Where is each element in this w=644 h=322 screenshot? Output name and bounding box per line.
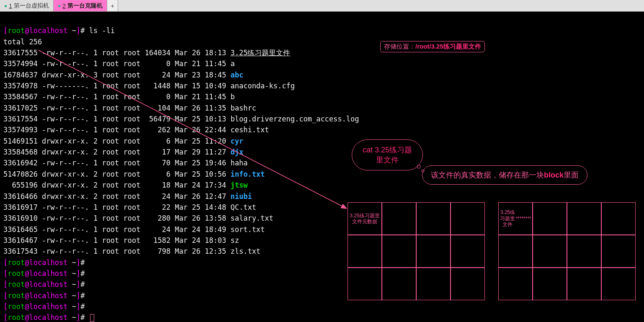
grid-cell	[348, 268, 382, 300]
grid-cell	[451, 202, 485, 235]
file-row: 33616917 -rw-r--r--. 1 root root 22 Mar …	[3, 203, 256, 211]
grid-cell	[382, 235, 416, 268]
file-name: djx	[230, 148, 243, 156]
grid-cell	[416, 268, 451, 300]
file-row: 33616942 -rw-r--r--. 1 root root 70 Mar …	[3, 159, 247, 167]
file-row: 33584567 -rw-r--r--. 1 root root 0 Mar 2…	[3, 93, 235, 101]
file-name: blog.driverzeng.com_access.log	[230, 115, 359, 123]
annotation-block-bubble: 该文件的真实数据，储存在那一块block里面	[422, 165, 587, 185]
tab-number: 1	[9, 3, 12, 9]
prompt: [root@localhost ~]#	[3, 302, 85, 311]
file-name: salary.txt	[230, 214, 273, 222]
file-name: abc	[230, 71, 243, 79]
grid-cell-label: 3.25练习题里文件元数据	[348, 202, 382, 235]
file-row: 33617554 -rw-r--r--. 1 root root 56479 M…	[3, 115, 359, 123]
file-name: sz	[230, 236, 239, 245]
annotation-storage-location: 存储位置：/root/3.25练习题里文件	[380, 41, 485, 52]
file-name: sort.txt	[230, 225, 265, 234]
plus-icon: +	[111, 3, 114, 9]
file-name: a	[230, 59, 234, 68]
file-name: anaconda-ks.cfg	[230, 82, 295, 90]
tab-label: 第一台虚拟机	[14, 2, 49, 10]
grid-cell	[382, 202, 416, 235]
grid-cell	[601, 235, 636, 268]
file-name: bashrc	[230, 104, 256, 112]
file-row: 33584568 drwxr-xr-x. 2 root root 17 Mar …	[3, 148, 243, 156]
file-row: 33617543 -rw-r--r--. 1 root root 798 Mar…	[3, 247, 260, 255]
file-name: zls.txt	[230, 247, 260, 255]
file-name: niubi	[230, 192, 252, 201]
file-row: 33574993 -rw-r--r--. 1 root root 262 Mar…	[3, 126, 269, 134]
inode-block-grid: 3.25练习题里文件元数据	[348, 202, 485, 300]
grid-cell	[498, 268, 533, 300]
annotation-cat-bubble: cat 3.25练习题里文件	[352, 139, 423, 170]
grid-cell-label: 3.25练习题里文件 ********	[498, 202, 533, 235]
file-row: 655196 drwxr-xr-x. 2 root root 18 Mar 24…	[3, 181, 247, 189]
tab-label: 第一台克隆机	[67, 2, 103, 10]
new-tab-button[interactable]: +	[107, 0, 118, 11]
total-line: total 256	[3, 38, 42, 46]
file-row: 33616910 -rw-r--r--. 1 root root 280 Mar…	[3, 214, 273, 222]
file-row: 51469151 drwxr-xr-x. 2 root root 6 Mar 2…	[3, 137, 243, 145]
file-row: 33616465 -rw-r--r--. 1 root root 24 Mar …	[3, 225, 265, 234]
prompt: [root@localhost ~]#	[3, 313, 85, 322]
file-name: b	[230, 93, 234, 101]
file-name: cyr	[230, 137, 243, 145]
grid-cell	[416, 202, 451, 235]
tab-vm1[interactable]: ● 1 第一台虚拟机	[0, 0, 54, 11]
tab-bar: ● 1 第一台虚拟机 ● 2 第一台克隆机 +	[0, 0, 644, 12]
file-row: 33574978 -rw-------. 1 root root 1448 Ma…	[3, 82, 295, 90]
grid-cell	[601, 202, 636, 235]
file-row: 33616467 -rw-r--r--. 1 root root 1582 Ma…	[3, 236, 239, 245]
grid-cell	[533, 235, 567, 268]
file-row: 33574994 -rw-r--r--. 1 root root 0 Mar 2…	[3, 59, 235, 68]
grid-cell	[382, 268, 416, 300]
file-name: 3.25练习题里文件	[230, 49, 290, 57]
tab-clone1[interactable]: ● 2 第一台克隆机	[54, 0, 107, 11]
file-row: 33617025 -rw-r--r--. 1 root root 104 Mar…	[3, 104, 256, 112]
grid-cell	[533, 202, 567, 235]
grid-cell	[567, 235, 601, 268]
grid-cell	[451, 268, 485, 300]
grid-cell	[533, 268, 567, 300]
prompt: [root@localhost ~]#	[3, 258, 85, 267]
file-name: haha	[230, 159, 247, 167]
cursor	[90, 314, 94, 322]
grid-cell	[567, 268, 601, 300]
dot-icon: ●	[4, 3, 7, 9]
data-block-grid: 3.25练习题里文件 ********	[498, 202, 636, 300]
file-row: 33617555 -rw-r--r--. 1 root root 164034 …	[3, 49, 290, 57]
prompt: [root@localhost ~]#	[3, 280, 85, 289]
prompt: [root@localhost ~]#	[3, 269, 85, 278]
grid-cell	[451, 235, 485, 268]
file-row: 33616466 drwxr-xr-x. 2 root root 24 Mar …	[3, 192, 252, 201]
file-name: jtsw	[230, 181, 247, 189]
grid-cell	[498, 235, 533, 268]
grid-cell	[567, 202, 601, 235]
grid-cell	[601, 268, 636, 300]
file-row: 51470826 drwxr-xr-x. 2 root root 6 Mar 2…	[3, 170, 265, 178]
grid-cell	[416, 235, 451, 268]
prompt: [root@localhost ~]#	[3, 26, 85, 35]
prompt: [root@localhost ~]#	[3, 291, 85, 300]
file-name: info.txt	[230, 170, 265, 178]
file-name: QC.txt	[230, 203, 256, 211]
grid-cell	[348, 235, 382, 268]
command: ls -li	[89, 26, 115, 35]
file-name: ceshi.txt	[230, 126, 269, 134]
file-row: 16784637 drwxr-xr-x. 3 root root 24 Mar …	[3, 71, 243, 79]
tab-number: 2	[62, 3, 66, 9]
dot-icon: ●	[58, 3, 61, 9]
